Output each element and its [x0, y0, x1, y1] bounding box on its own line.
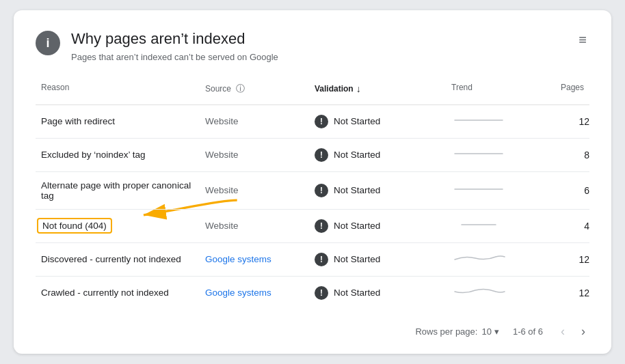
col-trend: Trend [446, 79, 535, 99]
cell-trend [446, 243, 535, 276]
cell-reason: Crawled - currently not indexed [36, 279, 200, 306]
cell-validation: !Not Started [309, 244, 446, 275]
col-reason: Reason [36, 79, 200, 99]
cell-validation: !Not Started [309, 140, 446, 170]
cell-source: Website [200, 108, 309, 135]
cell-trend [446, 277, 535, 309]
table-footer: Rows per page: 10 ▾ 1-6 of 6 ‹ › [36, 318, 589, 340]
cell-validation: !Not Started [309, 107, 446, 137]
highlighted-reason: Not found (404) [37, 218, 112, 234]
validation-dot-icon: ! [315, 253, 328, 266]
validation-dot-icon: ! [315, 184, 328, 197]
cell-source: Website [200, 177, 309, 204]
cell-reason: Discovered - currently not indexed [36, 246, 200, 272]
cell-source: Google systems [200, 279, 309, 306]
col-validation: Validation ↓ [309, 79, 446, 99]
card-header-left: i Why pages aren’t indexed Pages that ar… [36, 29, 278, 62]
cell-validation: !Not Started [309, 278, 446, 308]
cell-pages: 12 [535, 279, 589, 307]
next-page-button[interactable]: › [577, 323, 589, 340]
info-icon-circle: i [36, 31, 60, 55]
cell-trend [446, 174, 535, 207]
cell-reason: Page with redirect [36, 108, 200, 135]
validation-dot-icon: ! [315, 115, 328, 128]
table-row[interactable]: Alternate page with proper canonical tag… [36, 172, 589, 210]
cell-pages: 12 [535, 108, 589, 135]
validation-dot-icon: ! [315, 286, 328, 300]
table-row[interactable]: Not found (404)Website!Not Started4 [36, 210, 589, 243]
prev-page-button[interactable]: ‹ [557, 323, 569, 340]
validation-status: Not Started [334, 116, 380, 126]
validation-status: Not Started [334, 150, 380, 160]
card-title-group: Why pages aren’t indexed Pages that aren… [71, 29, 278, 62]
cell-source: Google systems [200, 246, 309, 272]
cell-validation: !Not Started [309, 176, 446, 206]
table-header: Reason Source ⓘ Validation ↓ Trend Pages [36, 79, 589, 105]
rows-per-page-select[interactable]: 10 ▾ [481, 326, 498, 337]
main-card: i Why pages aren’t indexed Pages that ar… [14, 10, 611, 354]
rows-per-page-label: Rows per page: [415, 326, 477, 337]
cell-pages: 12 [535, 246, 589, 273]
validation-dot-icon: ! [315, 219, 328, 233]
validation-dot-icon: ! [315, 148, 328, 162]
table-row[interactable]: Excluded by ‘noindex’ tagWebsite!Not Sta… [36, 139, 589, 172]
validation-status: Not Started [334, 254, 380, 264]
table-row[interactable]: Page with redirectWebsite!Not Started12 [36, 105, 589, 139]
cell-trend [446, 210, 535, 242]
cell-source: Website [200, 212, 309, 239]
table-body: Page with redirectWebsite!Not Started12E… [36, 105, 589, 309]
cell-pages: 6 [535, 177, 589, 204]
cell-reason: Alternate page with proper canonical tag [36, 172, 200, 209]
rows-per-page-group: Rows per page: 10 ▾ [415, 326, 499, 337]
data-table: Reason Source ⓘ Validation ↓ Trend Pages… [36, 79, 589, 309]
filter-icon[interactable]: ≡ [576, 29, 589, 51]
validation-status: Not Started [334, 288, 380, 298]
chevron-down-icon: ▾ [494, 326, 499, 337]
cell-source: Website [200, 141, 309, 168]
info-icon: i [46, 37, 49, 49]
card-header: i Why pages aren’t indexed Pages that ar… [36, 29, 589, 62]
cell-pages: 8 [535, 141, 589, 169]
col-source: Source ⓘ [200, 79, 309, 99]
card-title: Why pages aren’t indexed [71, 29, 278, 49]
page-range: 1-6 of 6 [513, 326, 543, 337]
sort-icon[interactable]: ↓ [356, 83, 361, 94]
source-help-icon[interactable]: ⓘ [236, 83, 245, 94]
table-row[interactable]: Crawled - currently not indexedGoogle sy… [36, 277, 589, 309]
validation-status: Not Started [334, 221, 380, 231]
card-subtitle: Pages that aren’t indexed can’t be serve… [71, 52, 278, 62]
cell-pages: 4 [535, 212, 589, 240]
cell-reason: Not found (404) [36, 210, 200, 242]
validation-status: Not Started [334, 185, 380, 195]
cell-validation: !Not Started [309, 211, 446, 241]
table-row[interactable]: Discovered - currently not indexedGoogle… [36, 243, 589, 277]
col-pages: Pages [535, 79, 589, 99]
cell-trend [446, 139, 535, 171]
cell-reason: Excluded by ‘noindex’ tag [36, 141, 200, 168]
cell-trend [446, 105, 535, 138]
